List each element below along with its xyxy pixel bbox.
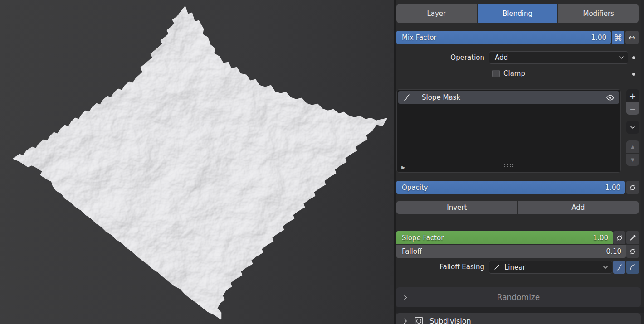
operation-dropdown[interactable]: Add (489, 51, 628, 64)
plus-icon: + (629, 91, 636, 101)
add-mask-button[interactable]: + (626, 89, 639, 102)
falloff-reset-button[interactable] (626, 245, 639, 258)
curve-icon (403, 93, 411, 102)
tab-layer[interactable]: Layer (396, 4, 477, 23)
clamp-checkbox[interactable] (492, 70, 500, 77)
swap-button[interactable]: ↔ (625, 31, 639, 44)
mask-specials-button[interactable] (626, 121, 639, 134)
eyedropper-button[interactable] (626, 231, 639, 244)
decorator-dot-operation[interactable] (632, 56, 635, 59)
operation-value: Add (495, 53, 508, 62)
mix-factor-slider[interactable]: Mix Factor 1.00 (396, 31, 611, 44)
triangle-down-icon: ▼ (631, 157, 634, 162)
chevron-down-icon (629, 124, 636, 131)
tab-blending[interactable]: Blending (478, 4, 558, 23)
slope-factor-value: 1.00 (593, 234, 608, 242)
falloff-easing-value: Linear (504, 263, 526, 271)
subdivision-title: Subdivision (429, 317, 471, 324)
chevron-down-icon (618, 54, 625, 61)
randomize-title: Randomize (396, 293, 641, 302)
selection-outline (14, 7, 386, 319)
remove-mask-button[interactable]: − (626, 102, 639, 115)
falloff-slider[interactable]: Falloff 0.10 (396, 245, 626, 258)
chevron-down-icon (602, 264, 609, 271)
mix-factor-value: 1.00 (591, 34, 606, 42)
eyedropper-icon (629, 234, 637, 242)
move-mask-down-button[interactable]: ▼ (626, 154, 639, 166)
panel-header-randomize[interactable]: Randomize (396, 287, 641, 307)
terrain-mesh (14, 7, 386, 319)
clamp-label: Clamp (503, 69, 525, 77)
add-button[interactable]: Add (518, 201, 639, 214)
operation-label: Operation (396, 51, 484, 64)
falloff-value: 0.10 (606, 247, 621, 256)
ease-out-button[interactable] (626, 261, 639, 274)
mask-action-buttons: Invert Add (396, 201, 639, 214)
mask-item-name: Slope Mask (422, 93, 460, 102)
panel-scroll-edge[interactable] (641, 0, 644, 324)
subsurf-modifier-icon (414, 316, 424, 324)
decorator-dot-clamp[interactable] (632, 73, 635, 76)
extras-button[interactable]: ⌘ (612, 31, 624, 44)
terrain-scene (0, 0, 394, 324)
slope-factor-slider[interactable]: Slope Factor 1.00 (396, 231, 613, 244)
opacity-reset-button[interactable] (626, 181, 639, 194)
chevron-right-icon (401, 294, 409, 301)
ease-in-out-icon (615, 263, 624, 271)
chevron-right-icon (401, 317, 409, 324)
refresh-icon (629, 247, 637, 256)
refresh-icon (615, 234, 624, 242)
linear-icon (493, 263, 501, 271)
tab-modifiers[interactable]: Modifiers (558, 4, 639, 23)
panel-header-subdivision[interactable]: Subdivision (396, 313, 641, 324)
falloff-easing-label: Falloff Easing (396, 261, 484, 274)
panel-gap (396, 307, 644, 313)
opacity-slider[interactable]: Opacity 1.00 (396, 181, 625, 194)
eye-icon[interactable] (606, 93, 615, 102)
ease-in-out-button[interactable] (613, 261, 625, 274)
properties-panel: Layer Blending Modifiers Mix Factor 1.00… (396, 0, 644, 324)
ease-out-icon (629, 263, 637, 271)
falloff-label: Falloff (402, 247, 422, 256)
list-resize-grip[interactable] (503, 160, 515, 169)
opacity-value: 1.00 (605, 184, 620, 192)
slope-factor-reset-button[interactable] (613, 231, 625, 244)
minus-icon: − (629, 104, 636, 113)
move-mask-up-button[interactable]: ▲ (626, 140, 639, 153)
viewport-3d[interactable] (0, 0, 394, 324)
mix-factor-label: Mix Factor (402, 34, 437, 42)
filter-expand-icon[interactable]: ▶ (401, 164, 405, 170)
opacity-label: Opacity (402, 184, 428, 192)
tab-bar: Layer Blending Modifiers (396, 4, 639, 23)
invert-button[interactable]: Invert (396, 201, 517, 214)
mask-list-item[interactable]: Slope Mask (398, 91, 619, 104)
falloff-easing-dropdown[interactable]: Linear (489, 261, 612, 274)
mask-list[interactable]: Slope Mask ▶ (396, 89, 621, 173)
command-icon: ⌘ (614, 33, 623, 43)
swap-horizontal-icon: ↔ (629, 33, 635, 42)
slope-factor-label: Slope Factor (402, 234, 444, 242)
triangle-up-icon: ▲ (631, 144, 634, 149)
refresh-icon (629, 184, 637, 192)
